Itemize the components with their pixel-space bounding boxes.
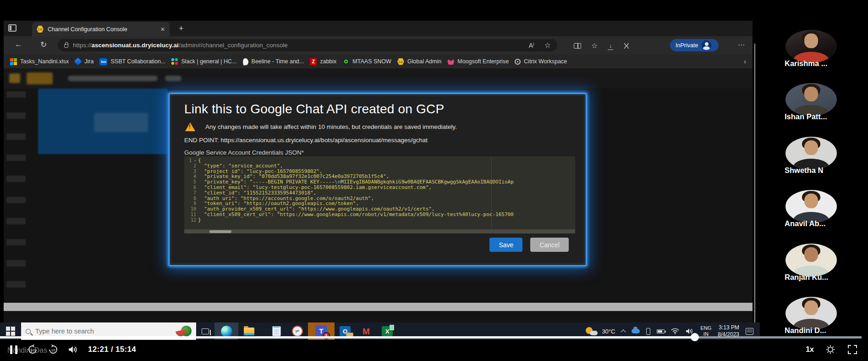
fullscreen-icon[interactable] xyxy=(847,344,858,355)
participant-tile[interactable]: Ishan Patt... xyxy=(775,83,868,125)
pause-button[interactable] xyxy=(10,345,17,354)
bookmark-global-admin[interactable]: Lu Global Admin xyxy=(397,58,441,65)
rewind-10-button[interactable]: 10 xyxy=(27,344,38,355)
bookmark-mtaas-snow[interactable]: MTAAS SNOW xyxy=(342,58,391,65)
code-line[interactable]: "client_email": "lucy-test@lucy-poc-1657… xyxy=(184,185,575,190)
search-input[interactable] xyxy=(35,328,171,335)
editor-hscrollbar[interactable] xyxy=(184,229,575,233)
participant-tile[interactable]: Ranjan Ku... xyxy=(775,244,868,286)
search-icon xyxy=(26,329,31,334)
code-line[interactable]: "project_id": "lucy-poc-1657008559802", xyxy=(184,169,575,174)
bookmark-ssbt[interactable]: box SSBT Collaboration... xyxy=(99,58,165,65)
bookmark-slack[interactable]: Slack | general | HC... xyxy=(171,58,236,65)
downloads-icon[interactable]: ↓ xyxy=(608,42,613,49)
wifi-icon[interactable] xyxy=(671,328,679,334)
seekbar-played[interactable] xyxy=(0,336,691,339)
code-line[interactable]: "auth_provider_x509_cert_url": "https://… xyxy=(184,206,575,212)
tray-expand-icon[interactable] xyxy=(621,329,626,334)
bookmark-moogsoft[interactable]: Moogsoft Enterprise xyxy=(447,58,509,65)
browser-tab[interactable]: Lu Channel Configuration Console ✕ xyxy=(32,22,170,36)
warning-text: Any changes made will take affect within… xyxy=(205,123,457,130)
new-tab-button[interactable]: + xyxy=(179,24,184,33)
participant-name: Ishan Patt... xyxy=(785,112,827,121)
settings-gear-icon[interactable] xyxy=(825,344,836,355)
participant-tile[interactable]: Nandini D... xyxy=(775,297,868,339)
participant-tile[interactable]: Karishma ... xyxy=(775,30,868,72)
onedrive-icon[interactable] xyxy=(632,329,640,333)
playback-time: 12:21 / 15:14 xyxy=(88,345,136,354)
url-text[interactable]: https://ascensionuat.us.dryicelucy.ai/ad… xyxy=(73,42,524,49)
playback-speed-button[interactable]: 1x xyxy=(806,345,814,354)
lock-icon[interactable] xyxy=(64,44,68,48)
credentials-field-label: Google Service Account Credentials JSON* xyxy=(184,149,304,156)
watermelon-doodle[interactable] xyxy=(176,325,192,337)
split-screen-icon[interactable] xyxy=(574,43,581,49)
bookmarks-overflow-chevron-icon[interactable]: › xyxy=(744,58,746,65)
code-line[interactable]: "private_key_id": "070dd538a97f32e1c007c… xyxy=(184,174,575,179)
browser-menu-icon[interactable]: ⋯ xyxy=(738,41,745,49)
browser-essentials-icon[interactable] xyxy=(623,43,630,49)
moogsoft-icon xyxy=(447,59,454,65)
battery-icon[interactable] xyxy=(657,329,665,333)
tab-close-icon[interactable]: ✕ xyxy=(160,27,165,32)
code-line[interactable]: "client_x509_cert_url": "https://www.goo… xyxy=(184,212,575,217)
participant-tile[interactable]: Anavil Ab... xyxy=(775,190,868,232)
participant-video-avatar xyxy=(786,190,837,223)
action-center-icon[interactable] xyxy=(746,328,753,335)
page-footer-strip xyxy=(4,303,753,311)
code-line[interactable]: "type": "service_account", xyxy=(184,163,575,169)
bookmark-beeline[interactable]: Beeline - Time and... xyxy=(243,58,304,65)
endpoint-text: END POINT: https://ascensionuat.us.dryic… xyxy=(184,137,428,144)
gchat-link-dialog: Link this to Google Chat API created on … xyxy=(169,93,587,266)
participants-sidebar: Karishma ... Ishan Patt... Shwetha N Ana… xyxy=(775,0,868,340)
editor-hscrollbar-thumb[interactable] xyxy=(209,230,231,233)
bookmark-citrix[interactable]: Citrix Workspace xyxy=(515,58,567,65)
inprivate-badge[interactable]: InPrivate xyxy=(670,39,719,51)
cancel-button[interactable]: Cancel xyxy=(530,238,569,252)
participant-tile[interactable]: Shwetha N xyxy=(775,137,868,179)
code-line[interactable]: "auth_uri": "https://accounts.google.com… xyxy=(184,196,575,201)
phone-icon[interactable] xyxy=(646,328,650,335)
forward-10-button[interactable]: 10 xyxy=(48,344,59,355)
code-line[interactable]: } xyxy=(184,217,575,223)
refresh-button[interactable]: ↻ xyxy=(40,40,47,50)
back-button[interactable]: ← xyxy=(15,40,22,49)
code-line[interactable]: "token_uri": "https://oauth2.googleapis.… xyxy=(184,201,575,206)
language-indicator[interactable]: ENGIN xyxy=(700,325,711,337)
jira-icon xyxy=(74,58,82,66)
favorites-hub-icon[interactable]: ☆ xyxy=(591,41,598,50)
tab-title: Channel Configuration Console xyxy=(48,26,156,33)
zabbix-icon: Z xyxy=(310,58,317,65)
citrix-icon xyxy=(515,59,521,65)
code-line[interactable]: { xyxy=(184,158,575,163)
participant-name: Ranjan Ku... xyxy=(785,273,828,282)
favorite-star-icon[interactable]: ☆ xyxy=(544,41,551,50)
lucy-favicon: Lu xyxy=(37,26,44,33)
seekbar-playhead[interactable] xyxy=(691,333,699,341)
code-line[interactable]: "private_key": "-----BEGIN PRIVATE KEY--… xyxy=(184,179,575,185)
browser-toolbar: ← ↻ https://ascensionuat.us.dryicelucy.a… xyxy=(4,36,753,55)
code-line[interactable]: "client_id": "115521523335954473018", xyxy=(184,190,575,196)
bookmark-jira[interactable]: Jira xyxy=(75,58,93,65)
slack-icon xyxy=(171,58,178,65)
weather-icon xyxy=(586,327,598,335)
vertical-tabs-icon[interactable] xyxy=(8,24,16,32)
bookmark-tasks-xlsx[interactable]: Tasks_Nandini.xlsx xyxy=(10,58,69,65)
volume-button[interactable] xyxy=(68,345,78,354)
bookmark-zabbix[interactable]: Z zabbix xyxy=(310,58,336,65)
video-player-stage: Lu Channel Configuration Console ✕ + ✕ ←… xyxy=(0,0,868,361)
address-bar[interactable]: https://ascensionuat.us.dryicelucy.ai/ad… xyxy=(58,39,557,51)
gmail-icon: M xyxy=(363,327,370,336)
teams-notification-badge: 1 xyxy=(323,332,330,339)
seekbar-remaining[interactable] xyxy=(695,336,862,339)
box-icon: box xyxy=(99,58,107,65)
lucy-icon: Lu xyxy=(397,58,404,65)
office-icon xyxy=(10,58,17,65)
json-code-editor[interactable]: { "type": "service_account", "project_id… xyxy=(184,156,575,233)
read-aloud-icon[interactable]: A) xyxy=(529,42,534,49)
profile-avatar-icon xyxy=(702,40,711,50)
participant-name: Anavil Ab... xyxy=(785,219,825,228)
weather-widget[interactable]: 30°C xyxy=(586,327,615,335)
save-button[interactable]: Save xyxy=(489,238,522,252)
dialog-title: Link this to Google Chat API created on … xyxy=(184,102,444,117)
